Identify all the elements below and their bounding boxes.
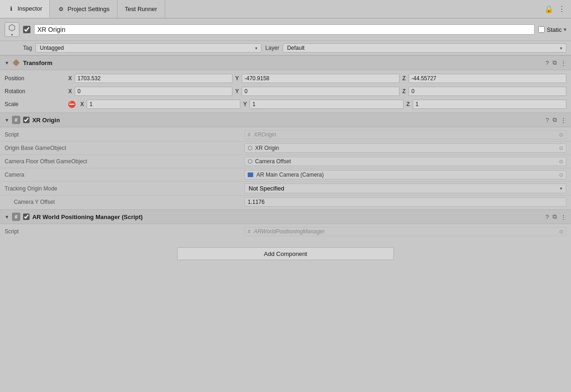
transform-icon (12, 59, 20, 67)
rotation-row: Rotation X Y Z (0, 85, 571, 98)
camera-floor-gameobject-icon: ⬡ (248, 158, 252, 165)
camera-floor-row: Camera Floor Offset GameObject ⬡ Camera … (0, 155, 571, 168)
tag-dropdown[interactable]: Untagged ▾ (36, 43, 262, 53)
tab-test-runner-label: Test Runner (125, 6, 157, 12)
ar-world-header[interactable]: ▼ # AR World Positioning Manager (Script… (0, 209, 571, 224)
tab-test-runner[interactable]: Test Runner (118, 0, 165, 18)
lock-icon[interactable]: 🔒 (544, 5, 553, 14)
ar-world-body: Script # ARWorldPositioningManager ⊙ (0, 224, 571, 239)
add-component-section: Add Component (0, 239, 571, 268)
ar-world-script-target-icon[interactable]: ⊙ (559, 229, 563, 235)
position-xyz: X 1703.532 Y -470.9158 Z -44.55727 (66, 74, 566, 83)
origin-base-label: Origin Base GameObject (5, 145, 244, 151)
transform-sliders-icon[interactable]: ⧉ (553, 59, 557, 66)
ar-world-more-icon[interactable]: ⋮ (560, 214, 566, 220)
camera-floor-value-text: Camera Offset (255, 158, 557, 165)
static-container: Static ▾ (538, 26, 566, 33)
settings-icon: ⚙ (57, 6, 65, 13)
scale-row: Scale ⛔ X Y Z (0, 98, 571, 111)
scale-z-input[interactable] (413, 100, 566, 109)
inspector-icon: ℹ (7, 5, 15, 12)
rotation-z-input[interactable] (409, 87, 566, 96)
tag-dropdown-arrow: ▾ (255, 46, 257, 51)
origin-base-row: Origin Base GameObject ⬡ XR Origin ⊙ (0, 142, 571, 155)
more-menu-icon[interactable]: ⋮ (557, 5, 566, 14)
scale-x-input[interactable] (87, 100, 240, 109)
xr-origin-header[interactable]: ▼ # XR Origin ? ⧉ ⋮ (0, 113, 571, 127)
xr-origin-arrow: ▼ (5, 118, 9, 123)
xr-origin-hash-icon: # (12, 116, 20, 124)
tab-project-settings-label: Project Settings (67, 6, 109, 12)
camera-floor-label: Camera Floor Offset GameObject (5, 158, 244, 165)
camera-value-text: AR Main Camera (Camera) (256, 172, 557, 178)
scale-label: Scale (5, 101, 65, 107)
xr-origin-section: ▼ # XR Origin ? ⧉ ⋮ Script # XROrigin ⊙ (0, 113, 571, 209)
ar-world-script-label: Script (5, 228, 244, 235)
transform-help-icon[interactable]: ? (546, 59, 549, 66)
camera-blue-icon (248, 172, 253, 177)
ar-world-script-row: Script # ARWorldPositioningManager ⊙ (0, 225, 571, 238)
tracking-origin-dropdown[interactable]: Not Specified ▾ (244, 184, 566, 193)
object-active-checkbox[interactable] (23, 26, 30, 33)
transform-actions: ? ⧉ ⋮ (546, 59, 566, 66)
tracking-origin-row: Tracking Origin Mode Not Specified ▾ (0, 182, 571, 196)
tab-bar: ℹ Inspector ⚙ Project Settings Test Runn… (0, 0, 571, 18)
static-dropdown-arrow[interactable]: ▾ (564, 26, 566, 33)
xr-origin-more-icon[interactable]: ⋮ (560, 117, 566, 124)
ar-world-sliders-icon[interactable]: ⧉ (553, 213, 557, 220)
layer-dropdown[interactable]: Default ▾ (283, 43, 566, 53)
camera-y-offset-input[interactable] (244, 197, 566, 207)
transform-more-icon[interactable]: ⋮ (560, 59, 566, 66)
origin-base-value-text: XR Origin (255, 145, 557, 151)
add-component-label: Add Component (264, 250, 307, 257)
gameobject-icon: ⬡ (248, 145, 252, 151)
transform-collapse-arrow: ▼ (5, 60, 9, 65)
tag-layer-row: Tag Untagged ▾ Layer Default ▾ (0, 41, 571, 55)
script-target-icon[interactable]: ⊙ (559, 132, 563, 138)
layer-value: Default (287, 45, 304, 51)
position-y-input[interactable]: -470.9158 (242, 74, 399, 83)
script-value: # XROrigin ⊙ (244, 130, 566, 139)
origin-base-target-icon[interactable]: ⊙ (559, 145, 563, 151)
tab-inspector-label: Inspector (18, 5, 42, 12)
static-label: Static (547, 26, 562, 33)
tab-project-settings[interactable]: ⚙ Project Settings (50, 0, 117, 18)
add-component-button[interactable]: Add Component (177, 247, 394, 260)
tab-inspector[interactable]: ℹ Inspector (0, 0, 50, 18)
tracking-origin-value: Not Specified (249, 185, 284, 192)
camera-label: Camera (5, 172, 244, 178)
position-x-input[interactable]: 1703.532 (75, 74, 232, 83)
scale-y-input[interactable] (250, 100, 403, 109)
script-label: Script (5, 131, 244, 138)
position-z-input[interactable]: -44.55727 (409, 74, 566, 83)
object-type-icon[interactable]: ⬡ ▾ (5, 22, 19, 37)
tab-actions: 🔒 ⋮ (540, 0, 571, 18)
xr-origin-actions: ? ⧉ ⋮ (546, 116, 566, 124)
object-name-input[interactable] (34, 24, 535, 35)
rotation-label: Rotation (5, 88, 65, 95)
tracking-origin-dropdown-arrow: ▾ (560, 186, 562, 191)
origin-base-value: ⬡ XR Origin ⊙ (244, 143, 566, 153)
transform-section-header[interactable]: ▼ Transform ? ⧉ ⋮ (0, 55, 571, 70)
tracking-origin-label: Tracking Origin Mode (5, 185, 244, 192)
camera-value: AR Main Camera (Camera) ⊙ (244, 170, 566, 179)
camera-y-offset-row: Camera Y Offset (0, 196, 571, 208)
xr-origin-enable-checkbox[interactable] (23, 117, 30, 123)
camera-target-icon[interactable]: ⊙ (559, 172, 563, 178)
rotation-y-input[interactable] (242, 87, 399, 96)
ar-world-help-icon[interactable]: ? (546, 214, 549, 220)
ar-world-enable-checkbox[interactable] (23, 214, 30, 220)
xr-origin-sliders-icon[interactable]: ⧉ (553, 116, 557, 124)
xr-origin-script-row: Script # XROrigin ⊙ (0, 128, 571, 142)
rotation-x-input[interactable] (75, 87, 232, 96)
static-checkbox[interactable] (538, 26, 545, 33)
transform-title: Transform (23, 59, 543, 66)
xr-origin-help-icon[interactable]: ? (546, 117, 549, 124)
camera-floor-target-icon[interactable]: ⊙ (559, 159, 563, 165)
tag-value: Untagged (40, 45, 64, 51)
tag-label: Tag (23, 45, 32, 51)
ar-world-script-value-text: ARWorldPositioningManager (254, 228, 557, 235)
camera-floor-value: ⬡ Camera Offset ⊙ (244, 157, 566, 166)
scale-lock-icon[interactable]: ⛔ (66, 99, 77, 109)
position-label: Position (5, 75, 65, 82)
